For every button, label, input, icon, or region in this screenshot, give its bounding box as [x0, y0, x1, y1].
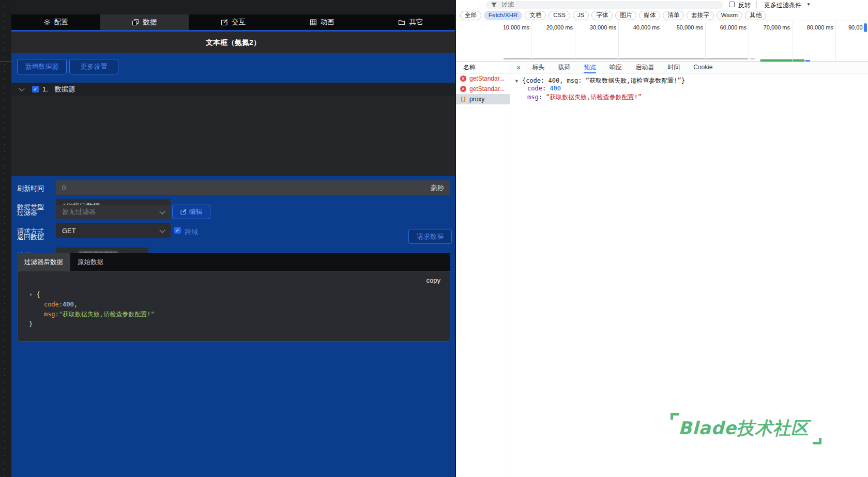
refresh-time-input[interactable]: 0 毫秒	[56, 180, 450, 195]
code-token: code:	[44, 301, 63, 308]
code-line: msg:"获取数据失败,请检查参数配置!"	[29, 310, 155, 319]
canvas-guide-line	[0, 61, 11, 61]
code-line: }	[29, 319, 155, 329]
editor-tab-数据[interactable]: 数据	[100, 14, 189, 30]
invert-checkbox[interactable]	[729, 2, 735, 7]
timeline-gridline	[792, 22, 793, 62]
filter-chip-图片[interactable]: 图片	[615, 11, 636, 20]
code-line: code:400,	[29, 300, 155, 310]
editor-tab-label: 动画	[321, 18, 334, 27]
result-tab-原始数据[interactable]: 原始数据	[70, 253, 111, 271]
request-row-proxy[interactable]: {}proxy	[456, 94, 510, 104]
detail-tab-Cookie[interactable]: Cookie	[693, 62, 712, 73]
filter-chip-Fetch/XHR[interactable]: Fetch/XHR	[484, 11, 522, 20]
refresh-label: 刷新时间	[17, 184, 44, 193]
timeline-label: 40,000 ms	[633, 24, 660, 30]
json-summary-row[interactable]: ▼{code: 400, msg: “获取数据失败,请检查参数配置!”}	[514, 76, 685, 85]
result-label: 返回数据	[17, 233, 44, 242]
copy-icon	[132, 19, 139, 26]
screen: 配置数据交互动画其它 文本框（氨氮2） 新增数据源 更多设置 ✓ 1. 数据源 …	[0, 0, 868, 477]
json-property-row[interactable]: code: 400	[527, 85, 561, 92]
method-select[interactable]: GET	[56, 223, 171, 238]
datasource-section-header[interactable]: ✓ 1. 数据源	[11, 83, 455, 96]
detail-tab-启动器[interactable]: 启动器	[635, 62, 654, 73]
pen-icon	[180, 209, 187, 215]
more-settings-button[interactable]: 更多设置	[69, 59, 118, 74]
code-token: {	[36, 291, 40, 298]
detail-tab-响应[interactable]: 响应	[610, 62, 622, 73]
close-icon[interactable]: ×	[516, 63, 521, 73]
add-datasource-button[interactable]: 新增数据源	[17, 59, 67, 74]
timeline-gridline	[575, 22, 575, 62]
timeline-gridline	[618, 22, 619, 62]
detail-tab-载荷[interactable]: 载荷	[558, 62, 570, 73]
editor-tab-label: 交互	[232, 18, 246, 27]
edit-filter-button[interactable]: 编辑	[172, 205, 210, 219]
timeline-gridline	[531, 22, 532, 62]
scrollbar-thumb[interactable]	[864, 23, 867, 32]
refresh-unit: 毫秒	[431, 183, 444, 193]
filter-label: 过滤器	[17, 208, 37, 218]
copy-button[interactable]: copy	[427, 276, 440, 284]
filter-select[interactable]: 暂无过滤器	[56, 205, 171, 219]
editor-tab-动画[interactable]: 动画	[278, 14, 367, 30]
json-value: 400	[550, 85, 561, 92]
devtools-network-panel: 过滤 反转 更多过滤条件 ▼ 全部Fetch/XHR文档CSSJS字体图片媒体清…	[455, 0, 868, 477]
detail-tab-时间[interactable]: 时间	[667, 62, 680, 73]
result-tab-过滤器后数据[interactable]: 过滤器后数据	[17, 253, 70, 271]
filter-chip-套接字[interactable]: 套接字	[687, 11, 714, 20]
editor-canvas-strip	[0, 0, 11, 477]
watermark-bracket-bottomright	[813, 438, 821, 444]
editor-tab-配置[interactable]: 配置	[11, 14, 100, 30]
timeline-overview[interactable]: 10,000 ms20,000 ms30,000 ms40,000 ms50,0…	[456, 22, 868, 62]
more-filters-button[interactable]: 更多过滤条件	[764, 1, 801, 10]
filter-chip-其他[interactable]: 其他	[745, 11, 766, 20]
cross-domain-label: 跨域	[185, 227, 198, 237]
chevron-down-icon	[159, 227, 165, 233]
data-settings-panel: 配置数据交互动画其它 文本框（氨氮2） 新增数据源 更多设置 ✓ 1. 数据源 …	[11, 0, 455, 477]
filter-chip-Wasm[interactable]: Wasm	[717, 11, 742, 20]
json-property-row[interactable]: msg: “获取数据失败,请检查参数配置!”	[527, 93, 642, 102]
editor-tab-bar: 配置数据交互动画其它	[11, 14, 455, 30]
request-form-card: 数据类型 API接口数据 请求方式 GET ✓ 跨域 地址 http:// /a…	[11, 96, 455, 176]
editor-tab-label: 配置	[54, 18, 68, 27]
detail-tab-预览[interactable]: 预览	[584, 62, 596, 73]
panel-top-band	[11, 0, 455, 14]
filter-chip-媒体[interactable]: 媒体	[639, 11, 660, 20]
editor-tab-其它[interactable]: 其它	[366, 14, 455, 30]
detail-tabs: 标头载荷预览响应启动器时间Cookie	[532, 62, 712, 73]
timeline-gridline	[705, 22, 706, 62]
editor-tab-交互[interactable]: 交互	[189, 14, 278, 30]
funnel-icon	[491, 2, 497, 8]
watermark-text: Blade技术社区	[678, 417, 809, 440]
request-name: proxy	[469, 96, 484, 103]
chevron-down-icon[interactable]	[19, 85, 24, 91]
request-row-getStandar...[interactable]: ×getStandar...	[456, 73, 510, 84]
editor-tab-label: 其它	[409, 18, 423, 27]
detail-tab-标头[interactable]: 标头	[532, 62, 544, 73]
requests-column-header[interactable]: 名称	[456, 62, 510, 73]
waterfall-bar-blue	[805, 60, 810, 61]
filter-chip-清单[interactable]: 清单	[663, 11, 684, 20]
timeline-gridline	[749, 22, 749, 62]
timeline-label: 90,00	[848, 24, 863, 30]
filter-chip-全部[interactable]: 全部	[460, 11, 481, 20]
section-checkbox[interactable]: ✓	[32, 86, 39, 93]
cross-domain-checkbox[interactable]: ✓	[174, 227, 181, 234]
request-row-getStandar...[interactable]: ×getStandar...	[456, 84, 510, 94]
filter-chip-字体[interactable]: 字体	[591, 11, 613, 20]
timeline-label: 50,000 ms	[677, 24, 703, 30]
filter-chip-文档[interactable]: 文档	[525, 11, 546, 20]
request-data-button[interactable]: 请求数据	[408, 229, 452, 244]
error-glyph: ×	[460, 75, 466, 82]
filter-chip-CSS[interactable]: CSS	[549, 11, 570, 20]
request-name: getStandar...	[469, 75, 505, 82]
filter-chip-JS[interactable]: JS	[573, 11, 589, 20]
timeline-label: 20,000 ms	[546, 24, 573, 30]
response-code-block: copy ▾ { code:400, msg:"获取数据失败,请检查参数配置!"…	[17, 271, 450, 342]
gear-icon	[43, 19, 51, 26]
film-icon	[310, 19, 317, 26]
code-token: ▾	[29, 291, 36, 298]
network-filter-input[interactable]: 过滤	[486, 1, 723, 9]
column-divider[interactable]	[510, 62, 510, 477]
